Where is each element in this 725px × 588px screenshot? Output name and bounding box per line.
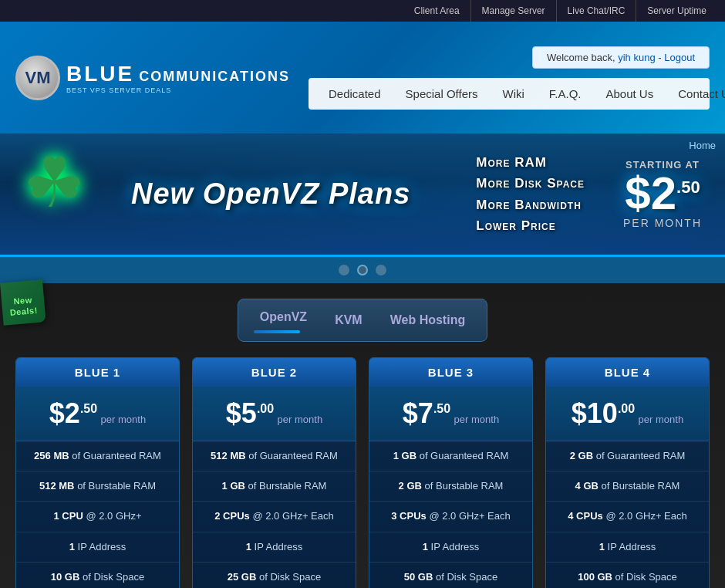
- carousel-dot-3[interactable]: [376, 265, 386, 275]
- banner-price: STARTING AT $2.50 PER MONTH: [600, 159, 725, 229]
- nav-faq[interactable]: F.A.Q.: [545, 84, 586, 103]
- plan-feature-1-1: 256 MB of Guaranteed RAM: [16, 441, 179, 471]
- price-cents-3: .50: [433, 402, 450, 415]
- plan-feature-1-5: 10 GB of Disk Space: [16, 563, 179, 588]
- nav-bar: Dedicated Special Offers Wiki F.A.Q. Abo…: [309, 78, 710, 110]
- feat-bold-1-4: 1: [69, 541, 75, 553]
- plan-tabs: OpenVZ KVM Web Hosting: [15, 299, 710, 342]
- plans-section: New Deals! OpenVZ KVM Web Hosting BLUE 1…: [0, 283, 725, 588]
- plan-feature-1-2: 512 MB of Burstable RAM: [16, 471, 179, 502]
- plan-feature-4-3: 4 CPUs @ 2.0 GHz+ Each: [546, 502, 709, 532]
- plan-feature-4-5: 100 GB of Disk Space: [546, 563, 709, 588]
- header-right: Welcome back, yih kung - Logout Dedicate…: [290, 46, 710, 110]
- new-deals-badge: New Deals!: [0, 279, 46, 325]
- banner-feat-price: Lower Price: [476, 215, 585, 236]
- plan-feature-3-2: 2 GB of Burstable RAM: [369, 471, 532, 502]
- plan-card-4: BLUE 4$10.00 per month2 GB of Guaranteed…: [545, 357, 710, 588]
- price-cents-2: .00: [257, 402, 274, 415]
- feat-bold-3-2: 2 GB: [399, 480, 422, 492]
- per-month-label: PER MONTH: [623, 217, 702, 229]
- tab-openvz[interactable]: OpenVZ: [254, 307, 313, 333]
- plan-feature-2-1: 512 MB of Guaranteed RAM: [193, 441, 356, 471]
- topbar-server-uptime[interactable]: Server Uptime: [636, 0, 717, 22]
- tab-indicator: [254, 330, 300, 333]
- plan-feature-2-3: 2 CPUs @ 2.0 GHz+ Each: [193, 502, 356, 532]
- feat-bold-1-2: 512 MB: [39, 480, 75, 492]
- banner-features: More RAM More Disk Space More Bandwidth …: [460, 152, 600, 236]
- feat-bold-3-1: 1 GB: [393, 450, 416, 461]
- plan-feature-2-5: 25 GB of Disk Space: [193, 563, 356, 588]
- price-main-3: $7.50: [403, 397, 450, 429]
- feat-bold-1-1: 256 MB: [34, 450, 69, 461]
- banner-title: New OpenVZ Plans: [131, 177, 410, 210]
- plan-feature-4-1: 2 GB of Guaranteed RAM: [546, 441, 709, 471]
- feat-bold-2-2: 1 GB: [222, 480, 245, 492]
- price-cents-1: .50: [80, 402, 97, 415]
- plan-feature-4-4: 1 IP Address: [546, 532, 709, 563]
- plan-feature-3-5: 50 GB of Disk Space: [369, 563, 532, 588]
- welcome-username[interactable]: yih kung: [618, 52, 655, 63]
- plan-feature-3-3: 3 CPUs @ 2.0 GHz+ Each: [369, 502, 532, 532]
- price-period-3: per month: [454, 414, 500, 425]
- carousel-dot-2[interactable]: [357, 265, 368, 275]
- nav-about-us[interactable]: About Us: [602, 84, 659, 103]
- plan-header-3[interactable]: BLUE 3: [369, 358, 532, 387]
- plans-grid: BLUE 1$2.50 per month256 MB of Guarantee…: [15, 357, 710, 588]
- feat-bold-4-4: 1: [599, 541, 605, 553]
- plan-card-3: BLUE 3$7.50 per month1 GB of Guaranteed …: [369, 357, 533, 588]
- feat-bold-4-5: 100 GB: [578, 571, 612, 583]
- plan-header-2[interactable]: BLUE 2: [193, 358, 356, 387]
- topbar-manage-server[interactable]: Manage Server: [471, 0, 557, 22]
- price-cents-4: .00: [618, 402, 635, 415]
- plan-tabs-inner: OpenVZ KVM Web Hosting: [238, 299, 487, 342]
- plan-feature-2-4: 1 IP Address: [193, 532, 356, 563]
- feat-bold-4-2: 4 GB: [575, 480, 599, 492]
- nav-dedicated[interactable]: Dedicated: [324, 84, 386, 103]
- plan-feature-1-4: 1 IP Address: [16, 532, 179, 563]
- logo-text: BLUE COMMUNICATIONS BEST VPS SERVER DEAL…: [66, 62, 290, 94]
- nav-special-offers[interactable]: Special Offers: [401, 84, 483, 103]
- logout-link[interactable]: Logout: [664, 52, 695, 63]
- price-period-1: per month: [101, 414, 147, 425]
- plan-feature-3-1: 1 GB of Guaranteed RAM: [369, 441, 532, 471]
- topbar-live-chat[interactable]: Live Chat/IRC: [557, 0, 637, 22]
- banner-title-area: New OpenVZ Plans: [131, 177, 410, 211]
- feat-bold-3-4: 1: [423, 541, 428, 553]
- banner-feat-ram: More RAM: [476, 152, 585, 173]
- top-bar: Client Area Manage Server Live Chat/IRC …: [0, 0, 725, 22]
- carousel-dot-1[interactable]: [339, 265, 349, 275]
- feat-bold-1-3: 1 CPU: [54, 510, 83, 522]
- banner-price-value: $2.50: [623, 171, 702, 217]
- logo-blue: BLUE: [66, 62, 134, 86]
- price-cents: .50: [676, 177, 700, 197]
- tab-kvm[interactable]: KVM: [329, 310, 369, 330]
- plan-header-4[interactable]: BLUE 4: [546, 358, 709, 387]
- tab-web-hosting[interactable]: Web Hosting: [384, 310, 471, 330]
- price-period-2: per month: [278, 414, 323, 425]
- plan-feature-4-2: 4 GB of Burstable RAM: [546, 471, 709, 502]
- feat-bold-3-5: 50 GB: [404, 571, 433, 583]
- plan-price-4: $10.00 per month: [546, 387, 709, 441]
- price-main-2: $5.00: [226, 397, 274, 429]
- banner-logo: ☘: [23, 148, 116, 241]
- feat-bold-2-4: 1: [246, 541, 251, 553]
- logo-tagline: BEST VPS SERVER DEALS: [66, 86, 290, 94]
- plan-header-1[interactable]: BLUE 1: [16, 358, 179, 387]
- plan-feature-3-4: 1 IP Address: [369, 532, 532, 563]
- feat-bold-3-3: 3 CPUs: [391, 510, 427, 522]
- nav-contact-us[interactable]: Contact Us: [673, 84, 725, 103]
- price-dollar: $2: [625, 167, 676, 219]
- welcome-text: Welcome back,: [547, 52, 615, 63]
- banner-feat-disk: More Disk Space: [476, 173, 585, 194]
- plan-feature-2-2: 1 GB of Burstable RAM: [193, 471, 356, 502]
- feat-bold-1-5: 10 GB: [51, 571, 80, 583]
- feat-bold-2-5: 25 GB: [228, 571, 257, 583]
- plan-card-1: BLUE 1$2.50 per month256 MB of Guarantee…: [15, 357, 180, 588]
- nav-wiki[interactable]: Wiki: [497, 84, 528, 103]
- logo-circle: VM: [15, 56, 60, 100]
- price-period-4: per month: [639, 414, 684, 425]
- logo-comm: COMMUNICATIONS: [139, 69, 290, 85]
- topbar-client-area[interactable]: Client Area: [403, 0, 471, 22]
- plan-card-2: BLUE 2$5.00 per month512 MB of Guarantee…: [192, 357, 356, 588]
- home-link[interactable]: Home: [689, 140, 716, 151]
